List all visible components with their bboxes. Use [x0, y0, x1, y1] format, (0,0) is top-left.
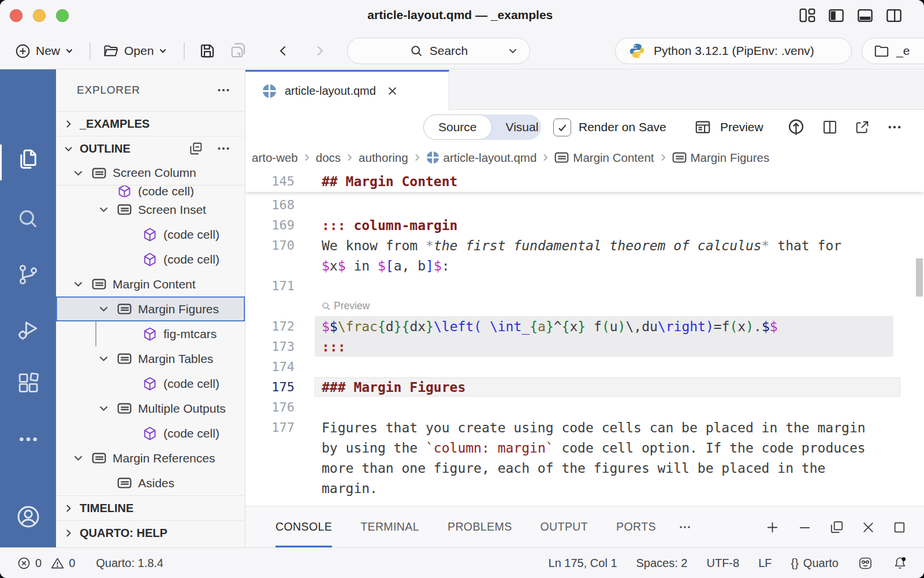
panel-more-icon[interactable] — [678, 506, 692, 547]
chevron-down-icon[interactable] — [95, 402, 111, 414]
editor-scrollbar-thumb[interactable] — [916, 258, 923, 297]
chevron-down-icon[interactable] — [70, 278, 86, 290]
custom-layout-icon[interactable] — [799, 8, 815, 24]
chevron-down-icon[interactable] — [70, 167, 86, 179]
outline-item-asides[interactable]: Asides — [56, 470, 245, 495]
chevron-down-icon[interactable] — [70, 452, 86, 464]
code-line[interactable]: 173::: — [245, 336, 924, 357]
section-examples[interactable]: _EXAMPLES — [56, 111, 245, 136]
codelens-row[interactable]: Preview — [245, 296, 924, 316]
minimize-window-button[interactable] — [33, 9, 46, 22]
code-line[interactable]: 145## Margin Content — [245, 171, 924, 191]
breadcrumb-item-docs[interactable]: docs — [316, 151, 341, 165]
problems-status[interactable]: 0 0 — [17, 557, 75, 570]
explorer-icon[interactable] — [0, 147, 56, 171]
toggle-left-panel-icon[interactable] — [828, 8, 844, 24]
outline-item-margin-references[interactable]: Margin References — [56, 446, 245, 470]
render-icon[interactable] — [787, 110, 806, 144]
extensions-icon[interactable] — [0, 371, 56, 395]
search-view-icon[interactable] — [0, 207, 56, 231]
more-actions-icon[interactable] — [216, 83, 231, 98]
close-window-button[interactable] — [10, 9, 23, 22]
run-debug-icon[interactable] — [0, 317, 56, 342]
outline-item-multiple-outputs[interactable]: Multiple Outputs — [56, 396, 245, 421]
more-actions-icon[interactable] — [216, 141, 231, 156]
minimize-icon[interactable] — [797, 520, 813, 535]
collapse-all-icon[interactable] — [188, 141, 203, 156]
cursor-position-status[interactable]: Ln 175, Col 1 — [549, 557, 617, 570]
restore-panel-icon[interactable] — [829, 520, 844, 535]
code-line[interactable]: $x$ in $[a, b]$: — [245, 255, 924, 276]
account-icon[interactable] — [0, 504, 56, 529]
render-on-save-checkbox[interactable] — [553, 118, 571, 136]
new-button[interactable]: New — [15, 38, 73, 64]
language-mode-status[interactable]: {} Quarto — [791, 557, 839, 570]
breadcrumb-item-authoring[interactable]: authoring — [359, 151, 408, 165]
sticky-scroll-line[interactable]: 145## Margin Content — [245, 171, 924, 192]
outline-item-code-cell[interactable]: (code cell) — [56, 421, 245, 446]
outline-item-margin-content[interactable]: Margin Content — [56, 272, 245, 297]
code-line[interactable]: 170We know from *the first fundamental t… — [245, 235, 924, 255]
code-line[interactable]: 175### Margin Figures — [245, 377, 924, 397]
outline-item-code-cell[interactable]: (code cell) — [56, 186, 245, 197]
chevron-down-icon[interactable] — [95, 203, 111, 216]
chevron-down-icon[interactable] — [95, 303, 111, 315]
preview-codelens[interactable]: Preview — [322, 300, 370, 312]
close-panel-icon[interactable] — [861, 520, 875, 535]
toggle-right-panel-icon[interactable] — [886, 8, 902, 24]
code-line[interactable]: margin. — [245, 478, 924, 498]
more-views-icon[interactable] — [0, 428, 56, 451]
panel-tab-ports[interactable]: PORTS — [616, 506, 656, 547]
toggle-bottom-panel-icon[interactable] — [857, 8, 873, 24]
tab-article-layout[interactable]: article-layout.qmd — [245, 70, 449, 110]
close-tab-icon[interactable] — [386, 85, 398, 97]
open-button[interactable]: Open — [103, 38, 167, 64]
panel-tab-terminal[interactable]: TERMINAL — [360, 506, 419, 547]
code-line[interactable]: more than one figure, each of the figure… — [245, 458, 924, 478]
outline-item-margin-figures[interactable]: Margin Figures — [56, 297, 245, 321]
code-editor[interactable]: 145## Margin Content 168169::: column-ma… — [245, 171, 924, 506]
code-line[interactable]: 176 — [245, 397, 924, 417]
breadcrumb-item-arto-web[interactable]: arto-web — [252, 151, 298, 165]
breadcrumb-item-article-layout-qmd[interactable]: article-layout.qmd — [426, 151, 537, 165]
outline-item-margin-tables[interactable]: Margin Tables — [56, 346, 245, 371]
source-mode-button[interactable]: Source — [423, 114, 492, 140]
notifications-bell-icon[interactable] — [892, 555, 908, 571]
save-all-button[interactable] — [230, 38, 247, 64]
open-external-icon[interactable] — [854, 110, 870, 144]
section-timeline[interactable]: TIMELINE — [56, 495, 245, 520]
add-icon[interactable] — [765, 520, 780, 535]
navigate-back-button[interactable] — [276, 38, 291, 64]
more-actions-icon[interactable] — [886, 110, 903, 144]
section-outline[interactable]: OUTLINE — [56, 136, 245, 161]
visual-mode-button[interactable]: Visual — [492, 120, 553, 134]
panel-tab-problems[interactable]: PROBLEMS — [448, 506, 512, 547]
interpreter-selector[interactable]: Python 3.12.1 (PipEnv: .venv) — [615, 38, 852, 64]
source-control-icon[interactable] — [0, 262, 56, 287]
breadcrumb-item-margin-content[interactable]: Margin Content — [554, 151, 654, 165]
navigate-forward-button[interactable] — [312, 38, 327, 64]
code-line[interactable]: 177Figures that you create using code ce… — [245, 417, 924, 438]
search-box[interactable]: Search — [347, 38, 530, 64]
split-editor-icon[interactable] — [822, 110, 838, 144]
maximize-panel-icon[interactable] — [892, 520, 907, 535]
outline-item-code-cell[interactable]: (code cell) — [56, 247, 245, 272]
outline-item-code-cell[interactable]: (code cell) — [56, 371, 245, 396]
panel-tab-output[interactable]: OUTPUT — [541, 506, 588, 547]
code-line[interactable]: 169::: column-margin — [245, 215, 924, 235]
zoom-window-button[interactable] — [56, 9, 69, 22]
chevron-down-icon[interactable] — [95, 353, 111, 365]
workspace-selector[interactable]: _e — [862, 38, 924, 64]
preview-icon[interactable] — [694, 110, 711, 144]
outline-item-fig-mtcars[interactable]: fig-mtcars — [56, 321, 245, 346]
eol-status[interactable]: LF — [758, 557, 772, 570]
panel-tab-console[interactable]: CONSOLE — [275, 506, 332, 547]
feedback-smiley-icon[interactable] — [858, 555, 873, 571]
code-line[interactable]: 168 — [245, 195, 924, 215]
section-quarto-help[interactable]: QUARTO: HELP — [56, 520, 245, 545]
code-line[interactable]: 174 — [245, 357, 924, 377]
breadcrumb-item-margin-figures[interactable]: Margin Figures — [672, 151, 770, 165]
code-line[interactable]: 172$$\frac{d}{dx}\left( \int_{a}^{x} f(u… — [245, 316, 924, 336]
save-button[interactable] — [199, 38, 216, 64]
quarto-version-status[interactable]: Quarto: 1.8.4 — [96, 557, 163, 570]
